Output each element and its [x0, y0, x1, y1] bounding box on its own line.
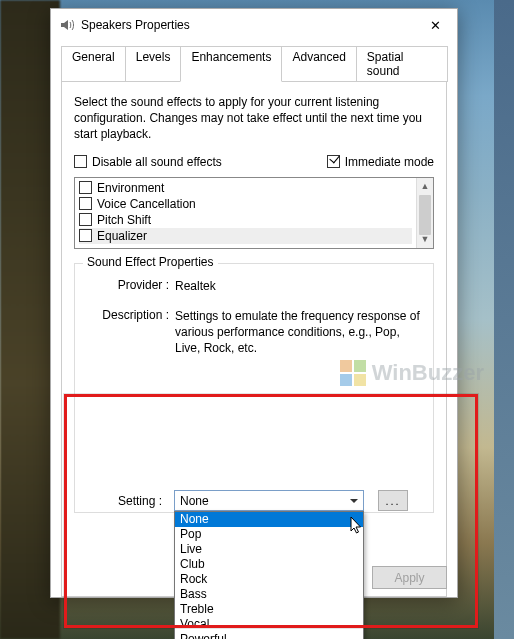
checkbox-icon: [74, 155, 87, 168]
checkbox-icon: [79, 197, 92, 210]
browse-button[interactable]: ...: [378, 490, 408, 511]
cursor-icon: [350, 516, 366, 536]
description-row: Description : Settings to emulate the fr…: [85, 308, 423, 357]
dropdown-option[interactable]: None: [175, 512, 363, 527]
speaker-icon: [59, 17, 75, 33]
tab-advanced[interactable]: Advanced: [281, 46, 356, 82]
effects-scrollbar[interactable]: ▲ ▼: [416, 178, 433, 248]
list-item[interactable]: Equalizer: [79, 228, 412, 244]
provider-label: Provider :: [85, 278, 175, 294]
enhancements-description: Select the sound effects to apply for yo…: [74, 94, 434, 143]
description-value: Settings to emulate the frequency respon…: [175, 308, 423, 357]
list-item-label: Pitch Shift: [97, 213, 151, 227]
checkbox-icon: [79, 181, 92, 194]
list-item[interactable]: Environment: [79, 180, 412, 196]
tab-body-enhancements: Select the sound effects to apply for yo…: [61, 81, 447, 597]
effects-list: Environment Voice Cancellation Pitch Shi…: [75, 178, 416, 248]
setting-row: Setting : None ...: [84, 490, 408, 511]
dropdown-option[interactable]: Rock: [175, 572, 363, 587]
dropdown-option[interactable]: Club: [175, 557, 363, 572]
apply-button[interactable]: Apply: [372, 566, 447, 589]
list-item-label: Equalizer: [97, 229, 147, 243]
list-item-label: Voice Cancellation: [97, 197, 196, 211]
checkbox-row: Disable all sound effects Immediate mode: [74, 155, 434, 169]
close-icon: ✕: [430, 18, 441, 33]
chevron-down-icon: [345, 491, 363, 510]
tab-strip: General Levels Enhancements Advanced Spa…: [61, 45, 447, 81]
list-item-label: Environment: [97, 181, 164, 195]
checkbox-checked-icon: [327, 155, 340, 168]
description-label: Description :: [85, 308, 175, 357]
disable-all-effects-checkbox[interactable]: Disable all sound effects: [74, 155, 222, 169]
dialog-buttons: Apply: [372, 566, 447, 589]
dropdown-option[interactable]: Bass: [175, 587, 363, 602]
checkbox-icon: [79, 229, 92, 242]
setting-combobox[interactable]: None: [174, 490, 364, 511]
dropdown-option[interactable]: Live: [175, 542, 363, 557]
checkbox-icon: [79, 213, 92, 226]
sound-effect-properties-group: Sound Effect Properties Provider : Realt…: [74, 263, 434, 513]
dropdown-option[interactable]: Vocal: [175, 617, 363, 632]
effects-listbox[interactable]: Environment Voice Cancellation Pitch Shi…: [74, 177, 434, 249]
tab-levels[interactable]: Levels: [125, 46, 182, 82]
tab-spatial[interactable]: Spatial sound: [356, 46, 448, 82]
desktop-bg-sky: [494, 0, 514, 639]
tab-enhancements[interactable]: Enhancements: [180, 46, 282, 82]
immediate-mode-checkbox[interactable]: Immediate mode: [327, 155, 434, 169]
scroll-up-button[interactable]: ▲: [417, 178, 433, 195]
dropdown-option[interactable]: Pop: [175, 527, 363, 542]
list-item[interactable]: Voice Cancellation: [79, 196, 412, 212]
titlebar: Speakers Properties ✕: [51, 9, 457, 41]
fieldset-legend: Sound Effect Properties: [83, 255, 218, 269]
setting-label: Setting :: [84, 494, 168, 508]
provider-value: Realtek: [175, 278, 423, 294]
tab-general[interactable]: General: [61, 46, 126, 82]
dropdown-option[interactable]: Treble: [175, 602, 363, 617]
setting-dropdown[interactable]: None Pop Live Club Rock Bass Treble Voca…: [174, 511, 364, 639]
scroll-thumb[interactable]: [419, 195, 431, 235]
list-item[interactable]: Pitch Shift: [79, 212, 412, 228]
scroll-track[interactable]: [417, 195, 433, 231]
window-title: Speakers Properties: [81, 18, 190, 32]
dropdown-option[interactable]: Powerful: [175, 632, 363, 639]
disable-all-label: Disable all sound effects: [92, 155, 222, 169]
provider-row: Provider : Realtek: [85, 278, 423, 294]
speakers-properties-window: Speakers Properties ✕ General Levels Enh…: [50, 8, 458, 598]
close-button[interactable]: ✕: [413, 10, 457, 40]
setting-value: None: [180, 494, 345, 508]
immediate-mode-label: Immediate mode: [345, 155, 434, 169]
